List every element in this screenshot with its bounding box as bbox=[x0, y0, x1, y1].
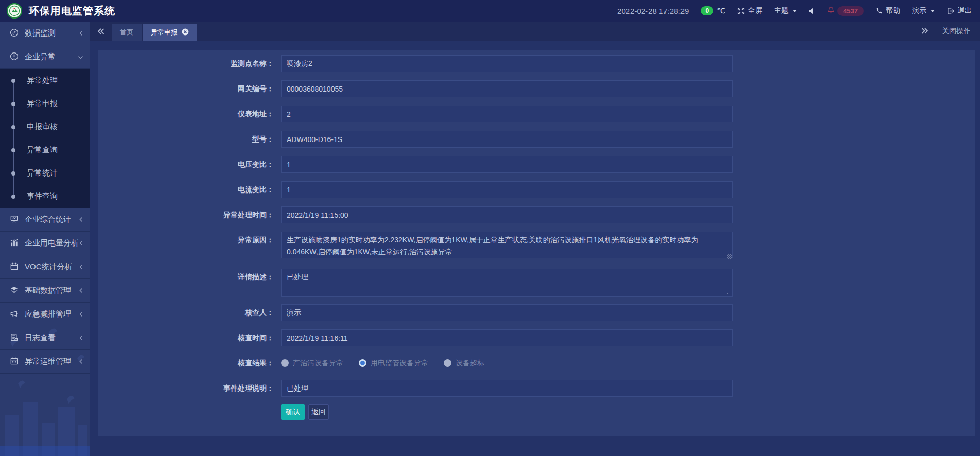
form-row: 事件处理说明： bbox=[98, 380, 975, 397]
field-label: 核查人： bbox=[98, 304, 281, 321]
voltage-ratio-input[interactable] bbox=[281, 156, 733, 173]
tabbar-right-controls: 关闭操作 bbox=[921, 22, 980, 41]
tab-label: 首页 bbox=[120, 28, 133, 37]
monitor-point-name-input[interactable] bbox=[281, 55, 733, 72]
form-row: 详情描述： 已处理 bbox=[98, 269, 975, 299]
abnormal-reason-textarea[interactable]: 生产设施喷漆房1的实时功率为2.232KW,启停阈值为1KW,属于正常生产状态,… bbox=[281, 232, 733, 258]
chevron-left-icon bbox=[79, 262, 83, 271]
sidebar-item-label: 应急减排管理 bbox=[25, 309, 71, 319]
sidebar-item-emergency-reduce[interactable]: 应急减排管理 bbox=[0, 303, 90, 326]
logout-label: 退出 bbox=[957, 6, 972, 15]
chevron-left-icon bbox=[79, 215, 83, 224]
subitem-label: 异常处理 bbox=[27, 76, 58, 85]
checker-input[interactable] bbox=[281, 304, 733, 321]
mute-button[interactable] bbox=[809, 8, 815, 14]
subitem-label: 事件查询 bbox=[27, 191, 58, 201]
chevron-left-icon bbox=[79, 239, 83, 248]
logout-icon bbox=[947, 7, 954, 15]
chevron-left-icon bbox=[79, 286, 83, 295]
subitem-label: 申报审核 bbox=[27, 122, 58, 132]
fullscreen-button[interactable]: 全屏 bbox=[737, 6, 762, 15]
tabs-scroll-left-button[interactable] bbox=[90, 22, 112, 41]
sidebar-item-base-data[interactable]: 基础数据管理 bbox=[0, 279, 90, 303]
sidebar-subitem-abnormal-stats[interactable]: 异常统计 bbox=[0, 162, 90, 185]
sidebar-item-voc-analysis[interactable]: VOC统计分析 bbox=[0, 255, 90, 279]
form-row: 电压变比： bbox=[98, 156, 975, 173]
field-label: 核查结果： bbox=[98, 355, 281, 372]
theme-label: 主题 bbox=[774, 6, 789, 15]
form-row: 电流变比： bbox=[98, 181, 975, 198]
subitem-label: 异常统计 bbox=[27, 168, 58, 178]
model-input[interactable] bbox=[281, 131, 733, 148]
sidebar-subitem-declare-audit[interactable]: 申报审核 bbox=[0, 115, 90, 138]
sidebar-item-label: 企业用电量分析 bbox=[25, 238, 79, 248]
help-label: 帮助 bbox=[886, 6, 900, 15]
radio-option-power-monitor-device[interactable]: 用电监管设备异常 bbox=[359, 359, 428, 368]
sidebar-subitem-abnormal-handle[interactable]: 异常处理 bbox=[0, 69, 90, 92]
field-label: 网关编号： bbox=[98, 80, 281, 97]
notification-count-badge: 4537 bbox=[837, 6, 864, 16]
chevron-left-icon bbox=[79, 29, 83, 38]
tab-home[interactable]: 首页 bbox=[112, 24, 142, 41]
form-actions: 确认 返回 bbox=[281, 404, 975, 420]
chevron-left-icon bbox=[79, 357, 83, 366]
tabs-scroll-right-button[interactable] bbox=[921, 27, 929, 36]
field-label: 电压变比： bbox=[98, 156, 281, 173]
tab-abnormal-declare[interactable]: 异常申报 bbox=[143, 24, 197, 41]
tab-close-icon[interactable] bbox=[182, 28, 189, 37]
logout-button[interactable]: 退出 bbox=[947, 6, 972, 15]
radio-option-device-over-limit[interactable]: 设备超标 bbox=[444, 359, 484, 368]
field-label: 电流变比： bbox=[98, 181, 281, 198]
sidebar-bottom-strip bbox=[0, 446, 90, 456]
notifications-button[interactable]: 4537 bbox=[827, 6, 864, 16]
presentation-board-icon bbox=[10, 215, 19, 225]
field-label: 核查时间： bbox=[98, 329, 281, 346]
radio-option-pollution-device[interactable]: 产治污设备异常 bbox=[281, 359, 343, 368]
current-ratio-input[interactable] bbox=[281, 181, 733, 198]
temperature-badge: 0 bbox=[701, 6, 713, 15]
sidebar-item-enterprise-abnormal[interactable]: 企业异常 bbox=[0, 45, 90, 69]
back-button[interactable]: 返回 bbox=[308, 404, 329, 420]
close-operations-button[interactable]: 关闭操作 bbox=[942, 27, 971, 36]
demo-user-dropdown[interactable]: 演示 bbox=[912, 6, 935, 15]
abnormal-handle-time-input[interactable] bbox=[281, 206, 733, 223]
event-handle-note-input[interactable] bbox=[281, 380, 733, 397]
sidebar-item-log-view[interactable]: 日志查看 bbox=[0, 326, 90, 350]
main-content: 监测点名称： 网关编号： 仪表地址： 型号： 电压变比： 电流变比： 异常处理时… bbox=[90, 41, 980, 456]
help-button[interactable]: 帮助 bbox=[876, 6, 900, 15]
theme-dropdown[interactable]: 主题 bbox=[774, 6, 797, 15]
confirm-button[interactable]: 确认 bbox=[281, 404, 305, 420]
sidebar-item-label: 企业综合统计 bbox=[25, 215, 71, 224]
page-title: 环保用电监管系统 bbox=[29, 4, 115, 18]
layers-icon bbox=[10, 286, 19, 296]
sidebar-item-data-monitor[interactable]: 数据监测 bbox=[0, 22, 90, 45]
sidebar-subitem-abnormal-declare[interactable]: 异常申报 bbox=[0, 92, 90, 115]
chevron-left-icon bbox=[79, 334, 83, 342]
form-row: 监测点名称： bbox=[98, 55, 975, 72]
subitem-label: 异常申报 bbox=[27, 99, 58, 109]
sidebar-item-enterprise-stats[interactable]: 企业综合统计 bbox=[0, 208, 90, 232]
sidebar-item-label: 数据监测 bbox=[25, 28, 56, 38]
radio-selected-icon bbox=[359, 359, 366, 367]
meter-address-input[interactable] bbox=[281, 106, 733, 122]
sidebar-item-label: 基础数据管理 bbox=[25, 286, 71, 295]
fullscreen-label: 全屏 bbox=[748, 6, 762, 15]
field-label: 详情描述： bbox=[98, 269, 281, 299]
sidebar-subitem-abnormal-query[interactable]: 异常查询 bbox=[0, 138, 90, 162]
temperature-indicator: 0 ℃ bbox=[701, 6, 725, 15]
form-row: 仪表地址： bbox=[98, 106, 975, 122]
sidebar-submenu-enterprise-abnormal: 异常处理 异常申报 申报审核 异常查询 异常统计 事件查询 bbox=[0, 69, 90, 208]
check-time-input[interactable] bbox=[281, 329, 733, 346]
tab-label: 异常申报 bbox=[151, 28, 178, 37]
field-label: 异常处理时间： bbox=[98, 206, 281, 223]
phone-icon bbox=[876, 7, 883, 14]
app-logo-icon bbox=[7, 3, 22, 19]
sidebar-item-ops-manage[interactable]: 异常运维管理 bbox=[0, 350, 90, 374]
form-row: 核查结果： 产治污设备异常 用电监管设备异常 设备超标 bbox=[98, 355, 975, 372]
radio-label: 产治污设备异常 bbox=[293, 359, 343, 368]
sidebar-subitem-event-query[interactable]: 事件查询 bbox=[0, 185, 90, 208]
gateway-number-input[interactable] bbox=[281, 80, 733, 97]
sidebar-item-power-analysis[interactable]: 企业用电量分析 bbox=[0, 232, 90, 255]
form-row: 异常处理时间： bbox=[98, 206, 975, 223]
detail-description-textarea[interactable]: 已处理 bbox=[281, 269, 733, 297]
